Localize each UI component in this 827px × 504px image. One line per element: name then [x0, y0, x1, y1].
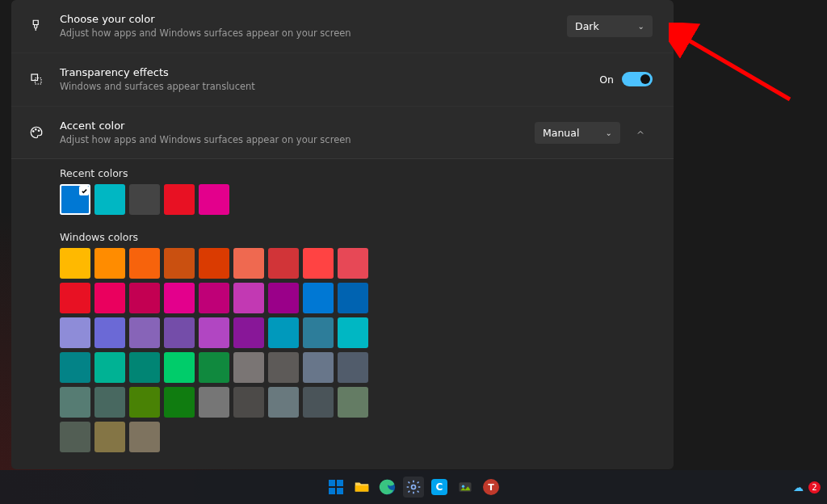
recent-color-swatch[interactable] [164, 184, 195, 215]
svg-rect-10 [337, 488, 343, 494]
chevron-down-icon: ⌄ [606, 128, 612, 137]
windows-color-swatch[interactable] [129, 352, 160, 383]
tray-notification-badge[interactable]: 2 [808, 481, 821, 494]
windows-color-swatch[interactable] [60, 283, 90, 313]
svg-point-4 [38, 130, 40, 132]
windows-color-swatch[interactable] [338, 248, 368, 279]
windows-color-swatch[interactable] [60, 317, 90, 348]
windows-color-swatch[interactable] [60, 387, 90, 418]
transparency-sub: Windows and surfaces appear translucent [60, 81, 599, 93]
settings-panel: Choose your color Adjust how apps and Wi… [11, 0, 674, 469]
windows-color-swatch[interactable] [129, 422, 160, 452]
windows-color-swatch[interactable] [129, 387, 160, 418]
recent-color-swatch[interactable] [60, 184, 90, 215]
accent-mode-dropdown[interactable]: Manual ⌄ [535, 122, 620, 144]
windows-color-swatch[interactable] [164, 387, 195, 418]
windows-color-swatch[interactable] [199, 352, 229, 383]
svg-point-13 [412, 485, 416, 489]
windows-color-swatch[interactable] [94, 317, 125, 348]
windows-color-swatch[interactable] [164, 283, 195, 313]
taskbar-start-button[interactable] [325, 477, 346, 498]
windows-color-swatch[interactable] [303, 317, 334, 348]
svg-rect-1 [36, 78, 42, 85]
taskbar-edge[interactable] [377, 477, 398, 498]
windows-color-swatch[interactable] [129, 283, 160, 313]
windows-color-swatch[interactable] [94, 248, 125, 279]
windows-color-swatch[interactable] [94, 387, 125, 418]
windows-color-swatch[interactable] [233, 283, 264, 313]
accent-collapse-button[interactable] [628, 120, 653, 145]
transparency-icon [27, 70, 45, 88]
accent-title: Accent color [60, 120, 535, 133]
windows-color-swatch[interactable] [233, 317, 264, 348]
transparency-control: On [599, 72, 653, 86]
taskbar-file-explorer[interactable] [351, 477, 372, 498]
taskbar: C T ☁ 2 [0, 470, 827, 504]
accent-row: Accent color Adjust how apps and Windows… [11, 107, 674, 160]
taskbar-photos[interactable] [455, 477, 476, 498]
chevron-down-icon: ⌄ [638, 22, 644, 31]
windows-color-swatch[interactable] [338, 352, 368, 383]
windows-color-swatch[interactable] [233, 248, 264, 279]
windows-color-swatch[interactable] [338, 283, 368, 313]
windows-color-swatch[interactable] [268, 283, 299, 313]
windows-color-swatch[interactable] [164, 317, 195, 348]
tray-cloud-icon[interactable]: ☁ [793, 481, 804, 494]
windows-color-swatch[interactable] [60, 248, 90, 279]
windows-color-swatch[interactable] [268, 317, 299, 348]
windows-color-swatch[interactable] [303, 248, 334, 279]
annotation-arrow [669, 23, 806, 111]
windows-color-swatch[interactable] [233, 352, 264, 383]
windows-color-swatch[interactable] [338, 317, 368, 348]
taskbar-settings[interactable] [403, 477, 424, 498]
recent-colors-grid [60, 184, 391, 215]
windows-color-swatch[interactable] [94, 422, 125, 452]
windows-color-swatch[interactable] [268, 352, 299, 383]
windows-color-swatch[interactable] [268, 387, 299, 418]
windows-color-swatch[interactable] [129, 248, 160, 279]
choose-color-value: Dark [575, 20, 599, 32]
windows-color-swatch[interactable] [94, 352, 125, 383]
windows-color-swatch[interactable] [164, 248, 195, 279]
svg-point-3 [36, 129, 37, 131]
choose-color-row: Choose your color Adjust how apps and Wi… [11, 0, 674, 53]
accent-sub: Adjust how apps and Windows surfaces app… [60, 134, 535, 146]
svg-line-6 [683, 37, 790, 99]
windows-colors-grid [60, 248, 383, 452]
windows-color-swatch[interactable] [94, 283, 125, 313]
taskbar-center: C T [325, 477, 502, 498]
windows-colors-label: Windows colors [60, 231, 653, 243]
windows-color-swatch[interactable] [199, 248, 229, 279]
transparency-state-label: On [599, 74, 614, 86]
windows-color-swatch[interactable] [199, 317, 229, 348]
check-icon [79, 186, 89, 195]
windows-color-swatch[interactable] [60, 422, 90, 452]
windows-color-swatch[interactable] [199, 387, 229, 418]
choose-color-dropdown[interactable]: Dark ⌄ [567, 15, 653, 37]
accent-mode-value: Manual [543, 127, 579, 139]
choose-color-title: Choose your color [60, 13, 567, 27]
windows-color-swatch[interactable] [60, 352, 90, 383]
windows-color-swatch[interactable] [233, 387, 264, 418]
accent-text: Accent color Adjust how apps and Windows… [60, 120, 535, 146]
windows-color-swatch[interactable] [129, 317, 160, 348]
recent-color-swatch[interactable] [94, 184, 125, 215]
taskbar-app-c[interactable]: C [429, 477, 450, 498]
recent-color-swatch[interactable] [129, 184, 160, 215]
windows-color-swatch[interactable] [338, 387, 368, 418]
windows-color-swatch[interactable] [303, 352, 334, 383]
windows-color-swatch[interactable] [268, 248, 299, 279]
recent-color-swatch[interactable] [199, 184, 229, 215]
windows-color-swatch[interactable] [164, 352, 195, 383]
windows-color-swatch[interactable] [303, 283, 334, 313]
svg-rect-9 [329, 488, 335, 494]
taskbar-app-t[interactable]: T [481, 477, 502, 498]
taskbar-tray: ☁ 2 [793, 481, 821, 494]
paint-brush-icon [27, 17, 45, 35]
windows-color-swatch[interactable] [199, 283, 229, 313]
transparency-toggle[interactable] [622, 72, 653, 86]
svg-rect-0 [31, 74, 38, 81]
recent-colors-label: Recent colors [60, 167, 653, 179]
windows-color-swatch[interactable] [303, 387, 334, 418]
accent-body: Recent colors Windows colors [11, 159, 674, 468]
